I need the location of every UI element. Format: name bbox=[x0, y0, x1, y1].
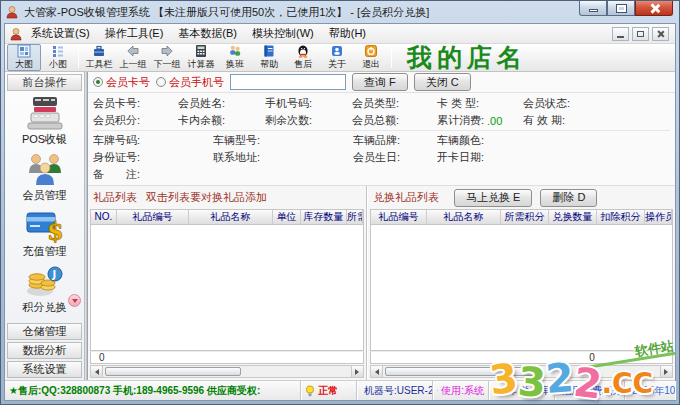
column-gift-code[interactable]: 礼品编号 bbox=[371, 210, 427, 224]
about-card-icon bbox=[330, 44, 344, 58]
sidebar-item-data-analysis[interactable]: 数据分析 bbox=[7, 342, 82, 359]
members-icon bbox=[25, 151, 65, 187]
column-deduct-points[interactable]: 扣除积分 bbox=[597, 210, 645, 224]
toolbar-button-large-icons[interactable]: 大图 bbox=[7, 44, 41, 71]
recharge-card-icon: $ bbox=[25, 207, 65, 243]
radio-phone-circle[interactable] bbox=[156, 77, 166, 87]
toolbar-label: 大图 bbox=[15, 58, 33, 71]
app-icon bbox=[5, 5, 19, 19]
delete-button[interactable]: 删除 D bbox=[540, 189, 597, 207]
window-title: 大管家-POS收银管理系统 【未注册版只可使用50次，已使用1次】 - [会员积… bbox=[24, 5, 429, 20]
status-date: 2015年10月21日 星期三 bbox=[625, 381, 675, 400]
field-address: 联系地址: bbox=[213, 150, 353, 165]
sidebar-item-member-management[interactable]: 会员管理 bbox=[6, 149, 83, 205]
member-search-input[interactable] bbox=[230, 74, 346, 90]
sidebar-item-recharge-management[interactable]: $ 充值管理 bbox=[6, 205, 83, 261]
toolbar-button-toolbar-toggle[interactable]: 工具栏 bbox=[82, 44, 116, 71]
sidebar-header-front-desk[interactable]: 前台操作 bbox=[7, 74, 82, 91]
exchange-table-body[interactable] bbox=[370, 225, 673, 351]
field-vehicle-brand: 车辆品牌: bbox=[353, 133, 437, 148]
sidebar-item-points-exchange[interactable]: J 积分兑换 bbox=[6, 261, 83, 317]
scroll-track[interactable] bbox=[383, 366, 660, 377]
menu-basic-data[interactable]: 基本数据(B) bbox=[171, 24, 244, 43]
scroll-right-arrow[interactable] bbox=[660, 366, 672, 377]
scroll-thumb[interactable] bbox=[105, 367, 241, 376]
toolbar-button-shift-change[interactable]: 换班 bbox=[218, 44, 252, 71]
field-cumulative-spend: 累计消费: .00 bbox=[437, 113, 523, 128]
menu-help[interactable]: 帮助(H) bbox=[322, 24, 373, 43]
search-button[interactable]: 查询 F bbox=[352, 73, 408, 91]
sidebar-item-system-settings[interactable]: 系统设置 bbox=[7, 361, 82, 378]
mdi-close-button[interactable] bbox=[652, 27, 669, 41]
scroll-left-arrow[interactable] bbox=[91, 366, 103, 377]
column-no[interactable]: NO. bbox=[91, 210, 117, 224]
column-unit[interactable]: 单位 bbox=[273, 210, 301, 224]
exchange-now-button[interactable]: 马上兑换 E bbox=[454, 189, 532, 207]
column-gift-name[interactable]: 礼品名称 bbox=[189, 210, 273, 224]
menu-module-control[interactable]: 模块控制(W) bbox=[245, 24, 321, 43]
mdi-restore-button[interactable] bbox=[632, 27, 649, 41]
gift-table-body[interactable] bbox=[90, 225, 364, 351]
app-frame: 系统设置(S) 操作工具(E) 基本数据(B) 模块控制(W) 帮助(H) 大图 bbox=[4, 23, 676, 401]
toolbar-label: 关于 bbox=[328, 58, 346, 71]
toolbar-button-calculator[interactable]: 计算器 bbox=[184, 44, 218, 71]
field-open-date: 开卡日期: bbox=[437, 150, 670, 165]
date-text: 2015年10月21日 bbox=[632, 384, 675, 398]
toolbar-button-small-icons[interactable]: 小图 bbox=[41, 44, 75, 71]
column-required-points[interactable]: 所需积分 bbox=[501, 210, 549, 224]
svg-text:$: $ bbox=[47, 217, 64, 243]
close-panel-button[interactable]: 关闭 C bbox=[414, 73, 471, 91]
toolbar-button-help[interactable]: 帮助 bbox=[252, 44, 286, 71]
gift-list-hint: 双击列表要对换礼品添加 bbox=[146, 190, 267, 205]
support-text: ★售后:QQ:328800873 手机:189-4965-9596 供应商受权: bbox=[9, 384, 260, 398]
column-gift-name[interactable]: 礼品名称 bbox=[427, 210, 501, 224]
sidebar-spacer bbox=[6, 317, 83, 322]
calculator-icon bbox=[194, 44, 208, 58]
toolbar-button-exit[interactable]: 退出 bbox=[354, 44, 388, 71]
maximize-button[interactable] bbox=[607, 1, 635, 16]
scroll-track[interactable] bbox=[103, 366, 351, 377]
status-machine: 机器号:USER-20150 bbox=[357, 381, 433, 400]
sidebar-item-warehouse-management[interactable]: 仓储管理 bbox=[7, 323, 82, 340]
toolbar-button-prev-group[interactable]: 上一组 bbox=[116, 44, 150, 71]
radio-member-card[interactable]: 会员卡号 bbox=[93, 75, 150, 90]
member-info-row5: 备 注: bbox=[93, 166, 670, 183]
scroll-left-arrow[interactable] bbox=[371, 366, 383, 377]
toolbar-label: 上一组 bbox=[120, 58, 147, 71]
column-exchange-qty[interactable]: 兑换数量 bbox=[549, 210, 597, 224]
app-window: 大管家-POS收银管理系统 【未注册版只可使用50次，已使用1次】 - [会员积… bbox=[0, 0, 680, 405]
gift-table-hscrollbar[interactable] bbox=[90, 365, 364, 378]
close-button[interactable] bbox=[635, 1, 673, 16]
exchange-list-panel: 兑换礼品列表 马上兑换 E 删除 D 礼品编号 礼品名称 所需积分 兑换数量 扣… bbox=[367, 186, 675, 380]
column-required-points[interactable]: 所需积分 bbox=[347, 210, 363, 224]
member-info-row2: 会员积分: 卡内余额: 剩余次数: 会员总额: 累计消费: .00 有 效 期: bbox=[93, 112, 670, 129]
column-stock-qty[interactable]: 库存数量 bbox=[301, 210, 347, 224]
sidebar-item-pos-cashier[interactable]: POS收银 bbox=[6, 93, 83, 149]
column-operator[interactable]: 操作员 bbox=[645, 210, 672, 224]
member-info-row3: 车牌号码: 车辆型号: 车辆品牌: 车辆颜色: bbox=[93, 132, 670, 149]
arrow-left-icon bbox=[126, 44, 140, 58]
scroll-right-arrow[interactable] bbox=[351, 366, 363, 377]
field-member-name: 会员姓名: bbox=[178, 96, 265, 111]
status-support: ★售后:QQ:328800873 手机:189-4965-9596 供应商受权: bbox=[5, 381, 301, 400]
toolbar-toggle-icon bbox=[92, 44, 106, 58]
radio-member-phone[interactable]: 会员手机号 bbox=[156, 75, 224, 90]
mdi-minimize-button[interactable] bbox=[612, 27, 629, 41]
lightbulb-icon bbox=[305, 385, 315, 397]
exchange-table-hscrollbar[interactable] bbox=[370, 365, 673, 378]
exchange-list-title: 兑换礼品列表 bbox=[373, 190, 439, 205]
toolbar-button-next-group[interactable]: 下一组 bbox=[150, 44, 184, 71]
minimize-button[interactable] bbox=[579, 1, 607, 16]
column-gift-code[interactable]: 礼品编号 bbox=[117, 210, 189, 224]
toolbar-button-about[interactable]: 关于 bbox=[320, 44, 354, 71]
menu-system-settings[interactable]: 系统设置(S) bbox=[24, 24, 97, 43]
radio-card-circle[interactable] bbox=[93, 77, 103, 87]
scroll-thumb[interactable] bbox=[385, 367, 537, 376]
svg-text:J: J bbox=[51, 269, 56, 280]
field-card-no: 会员卡号: bbox=[93, 96, 178, 111]
field-points: 会员积分: bbox=[93, 113, 178, 128]
menu-operation-tools[interactable]: 操作工具(E) bbox=[98, 24, 171, 43]
toolbar-button-after-sales[interactable]: 售后 bbox=[286, 44, 320, 71]
sidebar-more-button[interactable] bbox=[68, 294, 81, 307]
field-member-total: 会员总额: bbox=[352, 113, 437, 128]
